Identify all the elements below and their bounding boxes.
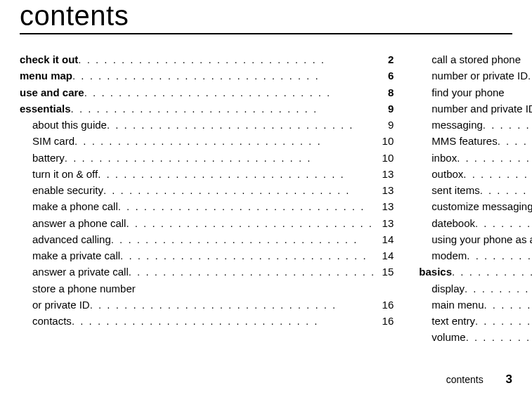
toc-page: 2 <box>375 51 394 67</box>
footer-label: contents <box>446 374 484 385</box>
toc-page: 9 <box>375 101 394 117</box>
toc-row: use and care8 <box>20 84 394 101</box>
toc-row: answer a private call15 <box>20 264 394 280</box>
toc-label: customize messaging <box>432 198 532 214</box>
toc-label: messaging <box>432 117 483 133</box>
toc-row: MMS features18 <box>419 133 532 149</box>
toc-label: display <box>432 280 465 297</box>
toc-label: datebook <box>432 215 475 231</box>
toc-row: call a stored phone <box>419 51 532 67</box>
toc-columns: check it out2menu map6use and care8essen… <box>20 51 512 346</box>
toc-row: messaging17 <box>419 117 532 133</box>
toc-row: about this guide9 <box>20 117 394 133</box>
toc-leader-dots <box>78 51 375 67</box>
toc-label: SIM card <box>32 133 74 149</box>
toc-page: 10 <box>375 150 394 166</box>
toc-row: answer a phone call13 <box>20 215 394 231</box>
toc-row: check it out2 <box>20 51 394 67</box>
toc-leader-dots <box>65 150 375 166</box>
toc-row: turn it on & off13 <box>20 166 394 182</box>
toc-leader-dots <box>118 198 376 214</box>
toc-leader-dots <box>126 215 375 231</box>
toc-leader-dots <box>484 297 532 313</box>
toc-label: or private ID <box>32 297 90 313</box>
toc-page: 14 <box>375 247 394 264</box>
toc-leader-dots <box>120 247 375 264</box>
toc-label: about this guide <box>32 117 107 133</box>
toc-label: make a phone call <box>32 198 118 214</box>
toc-leader-dots <box>457 150 532 166</box>
toc-page: 16 <box>375 297 394 313</box>
toc-label: use and care <box>20 84 84 101</box>
toc-label: call a stored phone <box>432 51 521 67</box>
toc-page: 13 <box>375 166 394 182</box>
toc-leader-dots <box>463 166 532 182</box>
page-title: contents <box>20 0 512 34</box>
toc-label: menu map <box>20 67 72 84</box>
toc-row: number and private ID17 <box>419 101 532 117</box>
toc-label: sent items <box>432 182 479 198</box>
toc-row: text entry37 <box>419 313 532 329</box>
toc-leader-dots <box>84 84 376 101</box>
toc-label: turn it on & off <box>32 166 98 182</box>
toc-row: volume40 <box>419 329 532 345</box>
toc-row: find your phone <box>419 84 532 101</box>
toc-leader-dots <box>72 313 375 329</box>
toc-leader-dots <box>475 215 532 231</box>
toc-row: SIM card10 <box>20 133 394 149</box>
toc-page: 10 <box>375 133 394 149</box>
toc-leader-dots <box>107 117 375 133</box>
toc-row: enable security13 <box>20 182 394 198</box>
toc-row: inbox21 <box>419 150 532 166</box>
toc-leader-dots <box>452 264 532 280</box>
toc-label: make a private call <box>32 247 120 264</box>
toc-label: essentials <box>20 101 71 117</box>
toc-label: basics <box>419 264 452 280</box>
toc-page: 15 <box>375 264 394 280</box>
toc-label: text entry <box>432 313 475 329</box>
toc-leader-dots <box>129 264 376 280</box>
toc-leader-dots <box>72 67 375 84</box>
toc-label: answer a private call <box>32 264 129 280</box>
toc-row: menu map6 <box>20 67 394 84</box>
toc-label: inbox <box>432 150 457 166</box>
toc-label: number and private ID <box>432 101 532 117</box>
toc-row: contacts16 <box>20 313 394 329</box>
toc-leader-dots <box>483 117 532 133</box>
toc-row: advanced calling14 <box>20 231 394 247</box>
toc-row: main menu37 <box>419 297 532 313</box>
toc-leader-dots <box>467 247 532 264</box>
toc-page: 8 <box>375 84 394 101</box>
toc-label: find your phone <box>432 84 504 101</box>
toc-row: essentials9 <box>20 101 394 117</box>
toc-row: store a phone number <box>20 280 394 297</box>
toc-row: customize messaging28 <box>419 198 532 214</box>
toc-page: 13 <box>375 215 394 231</box>
toc-leader-dots <box>528 67 532 84</box>
toc-leader-dots <box>111 231 376 247</box>
toc-row: battery10 <box>20 150 394 166</box>
toc-page: 9 <box>375 117 394 133</box>
toc-label: modem <box>432 247 467 264</box>
toc-leader-dots <box>71 101 376 117</box>
toc-label: using your phone as a <box>432 231 532 247</box>
toc-leader-dots <box>90 297 376 313</box>
toc-col-2: call a stored phonenumber or private ID1… <box>419 51 532 346</box>
toc-label: main menu <box>432 297 484 313</box>
toc-leader-dots <box>498 133 532 149</box>
toc-label: answer a phone call <box>32 215 126 231</box>
toc-row: make a phone call13 <box>20 198 394 214</box>
toc-row: number or private ID17 <box>419 67 532 84</box>
toc-leader-dots <box>465 280 532 297</box>
toc-row: display36 <box>419 280 532 297</box>
toc-page: 6 <box>375 67 394 84</box>
toc-leader-dots <box>466 329 532 345</box>
toc-label: advanced calling <box>32 231 111 247</box>
toc-row: or private ID16 <box>20 297 394 313</box>
toc-row: outbox26 <box>419 166 532 182</box>
toc-label: MMS features <box>432 133 497 149</box>
toc-label: battery <box>32 150 65 166</box>
toc-label: outbox <box>432 166 463 182</box>
toc-label: volume <box>432 329 465 345</box>
toc-page: 16 <box>375 313 394 329</box>
